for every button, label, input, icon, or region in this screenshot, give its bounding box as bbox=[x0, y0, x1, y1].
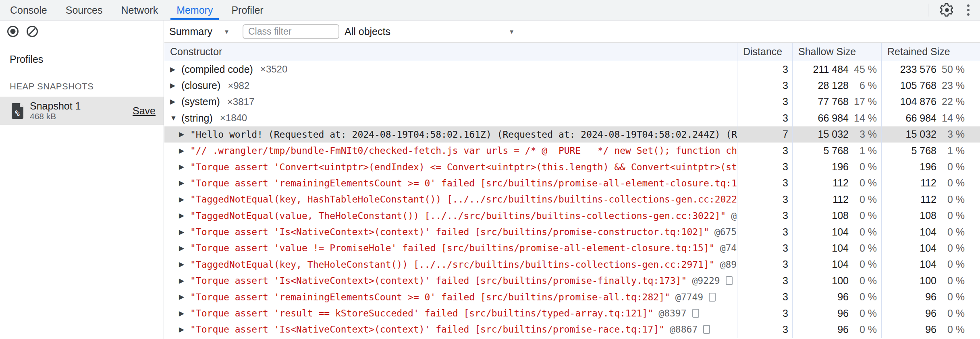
table-row[interactable]: ▶ "TaggedNotEqual(value, TheHoleConstant… bbox=[164, 208, 980, 224]
object-id: @9229 bbox=[692, 275, 720, 286]
snapshot-size: 468 kB bbox=[30, 112, 81, 121]
table-row[interactable]: ▶ "TaggedNotEqual(key, HashTableHoleCons… bbox=[164, 191, 980, 207]
class-filter-input[interactable] bbox=[243, 24, 339, 39]
constructor-cell: ▶ "Torque assert 'Is<NativeContext>(cont… bbox=[164, 224, 737, 240]
perspective-select[interactable]: Summary ▼ bbox=[169, 21, 230, 42]
disclosure-triangle-icon[interactable]: ▶ bbox=[179, 180, 190, 186]
objects-scope-select[interactable]: All objects ▼ bbox=[345, 21, 515, 42]
retained-size-cell: 960 % bbox=[881, 289, 980, 305]
retained-size-cell: 1120 % bbox=[881, 191, 980, 207]
table-row[interactable]: ▶ "Hello world! (Requested at: 2024-08-1… bbox=[164, 126, 980, 143]
shallow-size-cell: 1040 % bbox=[792, 256, 881, 273]
retained-size-cell: 5 7681 % bbox=[881, 143, 980, 159]
table-row[interactable]: ▶ (system) ×3817 3 77 76817 % 104 87622 … bbox=[164, 94, 980, 110]
chevron-down-icon: ▼ bbox=[224, 28, 230, 35]
shallow-size-cell: 28 1286 % bbox=[792, 77, 881, 93]
table-row[interactable]: ▶ "Torque assert 'value != PromiseHole' … bbox=[164, 240, 980, 256]
retained-size-cell: 960 % bbox=[881, 305, 980, 321]
disclosure-triangle-icon[interactable]: ▶ bbox=[179, 212, 190, 219]
disclosure-triangle-icon[interactable]: ▶ bbox=[179, 261, 190, 268]
clear-icon[interactable] bbox=[26, 25, 38, 37]
distance-cell: 3 bbox=[737, 175, 792, 191]
disclosure-triangle-icon[interactable]: ▶ bbox=[170, 66, 181, 73]
table-row[interactable]: ▶ "// .wrangler/tmp/bundle-FmNIt0/checke… bbox=[164, 143, 980, 159]
object-id: @7749 bbox=[675, 292, 703, 302]
disclosure-triangle-icon[interactable]: ▶ bbox=[179, 277, 190, 284]
object-box-icon bbox=[709, 293, 716, 302]
table-row[interactable]: ▶ "Torque assert 'remainingElementsCount… bbox=[164, 289, 980, 305]
shallow-size-cell: 1120 % bbox=[792, 191, 881, 207]
column-header-constructor[interactable]: Constructor bbox=[164, 43, 737, 61]
constructor-cell: ▶ "Torque assert 'remainingElementsCount… bbox=[164, 175, 737, 191]
disclosure-triangle-icon[interactable]: ▶ bbox=[179, 131, 190, 138]
tab-console[interactable]: Console bbox=[1, 0, 56, 20]
constructor-cell: ▶ "Torque assert 'Convert<uintptr>(endIn… bbox=[164, 159, 737, 175]
table-row[interactable]: ▼ (string) ×1840 3 66 98414 % 66 98414 % bbox=[164, 110, 980, 126]
constructor-cell: ▶ "Torque assert 'Is<NativeContext>(cont… bbox=[164, 273, 737, 289]
column-header-distance[interactable]: Distance bbox=[737, 43, 792, 61]
page-title: Profiles bbox=[10, 54, 164, 65]
table-row[interactable]: ▶ "Torque assert 'result == kStoreSucced… bbox=[164, 305, 980, 321]
disclosure-triangle-icon[interactable]: ▶ bbox=[179, 326, 190, 333]
shallow-size-cell: 66 98414 % bbox=[792, 110, 881, 126]
sidebar-item-snapshot-1[interactable]: % Snapshot 1 468 kB Save bbox=[0, 97, 164, 125]
distance-cell: 3 bbox=[737, 110, 792, 126]
table-row[interactable]: ▶ "Torque assert 'remainingElementsCount… bbox=[164, 175, 980, 191]
disclosure-triangle-icon[interactable]: ▶ bbox=[179, 294, 190, 300]
column-header-shallow-size[interactable]: Shallow Size bbox=[792, 43, 881, 61]
disclosure-triangle-icon[interactable]: ▶ bbox=[179, 245, 190, 252]
devtools-tabbar: ConsoleSourcesNetworkMemoryProfiler bbox=[0, 0, 980, 21]
tab-sources[interactable]: Sources bbox=[56, 0, 112, 20]
disclosure-triangle-icon[interactable]: ▶ bbox=[170, 98, 181, 105]
object-id: @8867 bbox=[670, 324, 698, 335]
shallow-size-cell: 960 % bbox=[792, 305, 881, 321]
disclosure-triangle-icon[interactable]: ▼ bbox=[170, 115, 181, 122]
constructor-cell: ▶ "TaggedNotEqual(key, TheHoleConstant()… bbox=[164, 256, 737, 273]
profiles-sidebar: Profiles HEAP SNAPSHOTS % Snapshot 1 468… bbox=[0, 21, 164, 339]
constructor-cell: ▶ "Hello world! (Requested at: 2024-08-1… bbox=[164, 126, 737, 143]
retained-size-cell: 1040 % bbox=[881, 240, 980, 256]
table-row[interactable]: ▶ "Torque assert 'Is<NativeContext>(cont… bbox=[164, 321, 980, 337]
gear-icon[interactable] bbox=[940, 3, 954, 17]
kebab-menu-icon[interactable] bbox=[965, 3, 971, 17]
constructor-cell: ▶ "Torque assert 'remainingElementsCount… bbox=[164, 289, 737, 305]
disclosure-triangle-icon[interactable]: ▶ bbox=[179, 147, 190, 154]
disclosure-triangle-icon[interactable]: ▶ bbox=[179, 229, 190, 236]
constructor-cell: ▼ (string) ×1840 bbox=[164, 110, 737, 126]
distance-cell: 3 bbox=[737, 224, 792, 240]
grid-header: Constructor Distance Shallow Size Retain… bbox=[164, 43, 980, 61]
constructor-cell: ▶ "TaggedNotEqual(value, TheHoleConstant… bbox=[164, 208, 737, 224]
record-icon[interactable] bbox=[7, 25, 19, 37]
retained-size-cell: 1040 % bbox=[881, 256, 980, 273]
table-row[interactable]: ▶ (compiled code) ×3520 3 211 48445 % 23… bbox=[164, 61, 980, 77]
constructor-cell: ▶ "Torque assert 'result == kStoreSucced… bbox=[164, 305, 737, 321]
object-id: @6757 bbox=[714, 227, 737, 237]
table-row[interactable]: ▶ (closure) ×982 3 28 1286 % 105 76823 % bbox=[164, 77, 980, 93]
snapshot-name: Snapshot 1 bbox=[30, 100, 81, 112]
retained-size-cell: 105 76823 % bbox=[881, 77, 980, 93]
distance-cell: 3 bbox=[737, 321, 792, 337]
save-button[interactable]: Save bbox=[133, 105, 156, 117]
constructor-name: "Torque assert 'remainingElementsCount >… bbox=[190, 292, 670, 302]
snapshot-toolbar: Summary ▼ All objects ▼ bbox=[164, 21, 980, 43]
constructor-cell: ▶ (compiled code) ×3520 bbox=[164, 61, 737, 77]
table-row[interactable]: ▶ "Torque assert 'Is<NativeContext>(cont… bbox=[164, 224, 980, 240]
disclosure-triangle-icon[interactable]: ▶ bbox=[179, 163, 190, 170]
disclosure-triangle-icon[interactable]: ▶ bbox=[179, 310, 190, 317]
tab-memory[interactable]: Memory bbox=[167, 0, 222, 20]
object-id: @8397 bbox=[658, 308, 686, 318]
shallow-size-cell: 211 48445 % bbox=[792, 61, 881, 77]
constructor-cell: ▶ "// .wrangler/tmp/bundle-FmNIt0/checke… bbox=[164, 143, 737, 159]
column-header-retained-size[interactable]: Retained Size bbox=[881, 43, 980, 61]
constructor-name: "Torque assert 'Is<NativeContext>(contex… bbox=[190, 275, 687, 286]
table-row[interactable]: ▶ "Torque assert 'Convert<uintptr>(endIn… bbox=[164, 159, 980, 175]
tab-profiler[interactable]: Profiler bbox=[222, 0, 272, 20]
tabbar-right-controls bbox=[928, 0, 980, 20]
tab-network[interactable]: Network bbox=[112, 0, 167, 20]
disclosure-triangle-icon[interactable]: ▶ bbox=[170, 82, 181, 89]
disclosure-triangle-icon[interactable]: ▶ bbox=[179, 196, 190, 203]
table-row[interactable]: ▶ "TaggedNotEqual(key, TheHoleConstant()… bbox=[164, 256, 980, 273]
shallow-size-cell: 1000 % bbox=[792, 273, 881, 289]
table-row[interactable]: ▶ "Torque assert 'Is<NativeContext>(cont… bbox=[164, 273, 980, 289]
constructor-cell: ▶ (system) ×3817 bbox=[164, 94, 737, 110]
